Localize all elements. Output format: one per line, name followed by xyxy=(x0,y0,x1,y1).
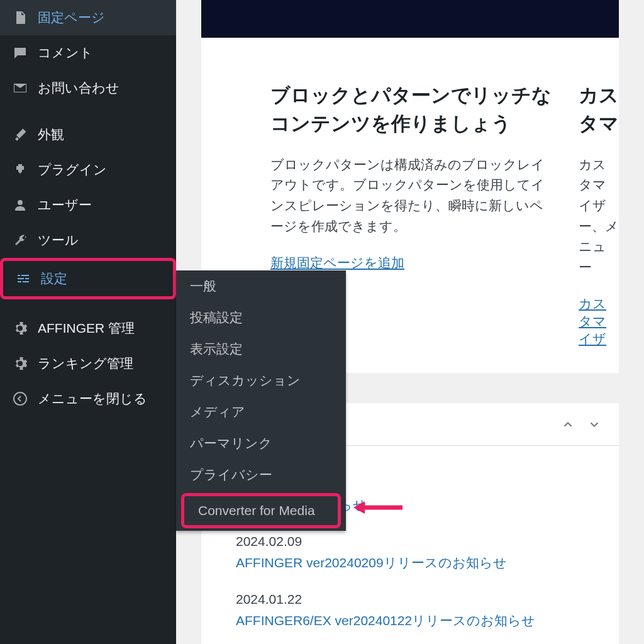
sidebar-item-label: お問い合わせ xyxy=(38,79,119,97)
sidebar-item-comments[interactable]: コメント xyxy=(0,35,176,70)
sidebar-item-label: ユーザー xyxy=(38,196,92,214)
submenu-item-reading[interactable]: 表示設定 xyxy=(176,333,346,365)
news-panel-controls xyxy=(561,418,601,431)
submenu-item-discussion[interactable]: ディスカッション xyxy=(176,365,346,396)
sidebar-item-label: 外観 xyxy=(38,126,64,143)
sidebar-item-tools[interactable]: ツール xyxy=(0,223,176,258)
sidebar-item-affinger-admin[interactable]: AFFINGER 管理 xyxy=(0,311,176,346)
gear-icon xyxy=(11,355,29,372)
sidebar-item-label: ランキング管理 xyxy=(38,355,133,372)
submenu-item-writing[interactable]: 投稿設定 xyxy=(176,302,346,333)
sidebar-item-users[interactable]: ユーザー xyxy=(0,187,176,223)
news-item: 2024.01.22 AFFINGER6/EX ver20240122リリースの… xyxy=(236,592,600,630)
annotation-arrow xyxy=(353,498,404,517)
sidebar-item-label: プラグイン xyxy=(38,161,107,179)
sidebar-item-label: AFFINGER 管理 xyxy=(38,319,135,337)
news-date: 2024.02.09 xyxy=(236,534,600,549)
svg-point-1 xyxy=(14,392,26,405)
admin-sidebar: 固定ページ コメント お問い合わせ 外観 プラグイン ユーザー xyxy=(0,0,176,644)
news-item: 2024.02.09 AFFINGER ver20240209リリースのお知らせ xyxy=(236,534,600,572)
hero-banner xyxy=(201,0,619,38)
sidebar-item-collapse-menu[interactable]: メニューを閉じる xyxy=(0,381,176,416)
submenu-item-general[interactable]: 一般 xyxy=(176,270,346,302)
sidebar-item-label: ツール xyxy=(38,231,79,249)
panel-description: カスタマイザー、メニュー xyxy=(579,155,619,277)
chevron-up-icon[interactable] xyxy=(561,418,575,431)
sidebar-item-label: メニューを閉じる xyxy=(38,390,147,408)
collapse-icon xyxy=(11,390,29,408)
svg-marker-3 xyxy=(353,501,365,514)
sliders-icon xyxy=(14,270,32,287)
gear-icon xyxy=(11,319,29,337)
submenu-item-media[interactable]: メディア xyxy=(176,396,346,428)
panel-description: ブロックパターンは構成済みのブロックレイアウトです。ブロックパターンを使用してイ… xyxy=(270,155,553,236)
wrench-icon xyxy=(11,231,29,249)
news-link[interactable]: AFFINGER ver20240209リリースのお知らせ xyxy=(236,555,507,570)
submenu-item-privacy[interactable]: プライバシー xyxy=(176,459,346,491)
plugin-icon xyxy=(11,161,29,179)
sidebar-item-ranking-admin[interactable]: ランキング管理 xyxy=(0,346,176,381)
add-new-page-link[interactable]: 新規固定ページを追加 xyxy=(270,255,404,270)
sidebar-item-settings[interactable]: 設定 xyxy=(3,261,173,296)
page-icon xyxy=(11,9,29,26)
sidebar-item-contact[interactable]: お問い合わせ xyxy=(0,70,176,106)
news-link[interactable]: AFFINGER6/EX ver20240122リリースのお知らせ xyxy=(236,613,535,628)
brush-icon xyxy=(11,126,29,143)
panel-title: ブロックとパターンでリッチなコンテンツを作りましょう xyxy=(270,82,553,138)
user-icon xyxy=(11,196,29,214)
mail-icon xyxy=(11,79,29,97)
svg-point-0 xyxy=(18,200,23,205)
submenu-item-converter-for-media[interactable]: Converter for Media xyxy=(181,493,341,528)
sidebar-item-pages[interactable]: 固定ページ xyxy=(0,0,176,35)
submenu-item-permalinks[interactable]: パーマリンク xyxy=(176,428,346,459)
comment-icon xyxy=(11,44,29,62)
settings-submenu: 一般 投稿設定 表示設定 ディスカッション メディア パーマリンク プライバシー… xyxy=(176,270,346,531)
sidebar-item-label: コメント xyxy=(38,44,93,62)
customize-link[interactable]: カスタマイザ xyxy=(579,296,606,346)
sidebar-item-label: 固定ページ xyxy=(38,9,105,26)
annotation-highlight-settings: 設定 xyxy=(0,258,176,299)
news-date: 2024.01.22 xyxy=(236,592,600,607)
sidebar-item-appearance[interactable]: 外観 xyxy=(0,117,176,152)
chevron-down-icon[interactable] xyxy=(587,418,601,431)
sidebar-item-plugins[interactable]: プラグイン xyxy=(0,152,176,187)
panel-title: カスタマ xyxy=(579,82,619,138)
panel-customize: カスタマ カスタマイザー、メニュー カスタマイザ xyxy=(579,82,619,348)
sidebar-item-label: 設定 xyxy=(41,270,67,287)
